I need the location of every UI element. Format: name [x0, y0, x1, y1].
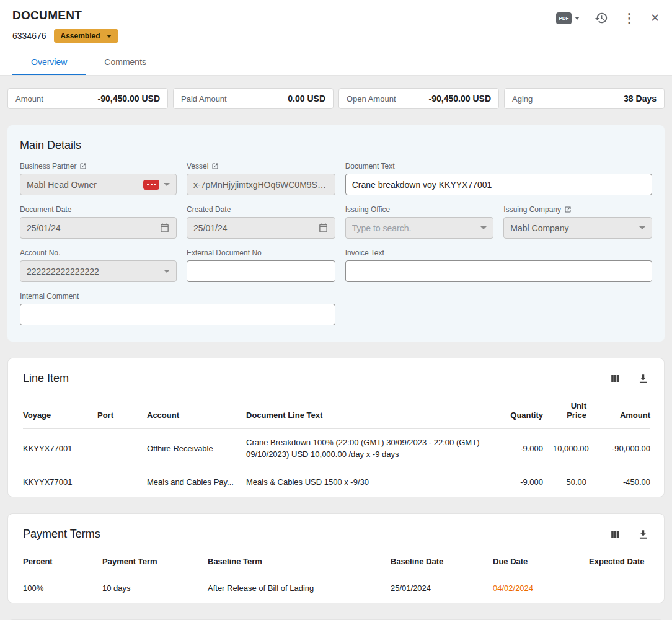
field-created-date: Created Date — [187, 205, 335, 239]
summary-card-amount: Amount -90,450.00 USD — [7, 88, 168, 109]
cell-voyage: KKYYX77001 — [23, 469, 92, 495]
main-details-section: Main Details Business Partner Vessel — [7, 125, 665, 342]
field-external-document-no: External Document No — [187, 249, 335, 282]
issuing-company-input[interactable] — [510, 223, 635, 233]
payment-terms-header-row: Percent Payment Term Baseline Term Basel… — [23, 547, 650, 575]
tab-comments[interactable]: Comments — [86, 50, 165, 75]
page-content: Amount -90,450.00 USD Paid Amount 0.00 U… — [0, 76, 672, 620]
chevron-down-icon — [107, 35, 112, 38]
col-amount: Amount — [591, 391, 650, 429]
created-date-label: Created Date — [187, 205, 231, 214]
chevron-down-icon — [575, 17, 580, 20]
cell-port — [92, 469, 142, 495]
line-item-section: Line Item Voyage Port Account — [7, 358, 665, 497]
calendar-icon[interactable] — [318, 223, 329, 233]
more-options-button[interactable]: ⋮ — [623, 12, 635, 24]
issuing-company-select[interactable] — [503, 217, 652, 239]
document-date-field[interactable] — [20, 217, 177, 239]
summary-card-open-amount: Open Amount -90,450.00 USD — [338, 88, 499, 109]
external-document-no-field[interactable] — [187, 260, 335, 282]
line-item-header-row: Voyage Port Account Document Line Text Q… — [23, 391, 650, 429]
col-port: Port — [92, 391, 142, 429]
chevron-down-icon — [164, 270, 170, 273]
columns-icon — [609, 373, 621, 384]
vessel-field[interactable] — [187, 174, 335, 195]
cell-due-date: 04/02/2024 — [488, 575, 584, 601]
field-issuing-company: Issuing Company — [503, 205, 652, 239]
invoice-text-field[interactable] — [345, 260, 652, 282]
business-partner-select[interactable] — [20, 174, 177, 195]
cell-amount: -90,000.00 — [591, 429, 650, 469]
col-unit-price: Unit Price — [548, 391, 591, 429]
business-partner-input[interactable] — [27, 180, 139, 190]
field-internal-comment: Internal Comment — [20, 292, 335, 326]
download-button[interactable] — [637, 373, 649, 384]
cell-quantity: -9.000 — [495, 429, 548, 469]
external-link-icon[interactable] — [79, 162, 87, 170]
payment-terms-row[interactable]: 100% 10 days After Release of Bill of La… — [23, 575, 650, 601]
document-text-input[interactable] — [352, 180, 645, 190]
line-item-row[interactable]: KKYYX77001 Meals and Cables Pay... Meals… — [23, 469, 650, 495]
line-item-table: Voyage Port Account Document Line Text Q… — [23, 391, 650, 495]
summary-value: 38 Days — [624, 94, 657, 104]
chevron-down-icon — [639, 226, 645, 229]
document-text-label: Document Text — [345, 162, 395, 170]
field-document-date: Document Date — [20, 205, 177, 239]
document-text-field[interactable] — [345, 174, 652, 195]
field-business-partner: Business Partner — [20, 162, 177, 195]
cell-account: Meals and Cables Pay... — [142, 469, 241, 495]
column-settings-button[interactable] — [609, 528, 621, 540]
chevron-down-icon — [164, 183, 170, 186]
col-payment-term: Payment Term — [97, 547, 203, 575]
calendar-icon[interactable] — [159, 223, 170, 233]
vessel-input[interactable] — [193, 180, 329, 190]
summary-label: Paid Amount — [181, 94, 227, 104]
internal-comment-field[interactable] — [20, 304, 335, 326]
history-icon — [595, 11, 608, 25]
col-percent: Percent — [23, 547, 97, 575]
summary-value: -90,450.00 USD — [429, 94, 491, 104]
account-no-input[interactable] — [27, 267, 159, 277]
line-item-row[interactable]: KKYYX77001 Offhire Receivable Crane Brea… — [23, 429, 650, 469]
cell-amount: -450.00 — [591, 469, 650, 495]
col-document-line-text: Document Line Text — [241, 391, 495, 429]
created-date-input[interactable] — [193, 223, 314, 233]
tab-bar: Overview Comments — [12, 50, 660, 75]
external-link-icon[interactable] — [211, 162, 219, 170]
account-no-label: Account No. — [20, 249, 60, 257]
invoice-text-input[interactable] — [352, 267, 645, 277]
close-icon: ✕ — [650, 12, 660, 24]
cell-voyage: KKYYX77001 — [23, 429, 92, 469]
issuing-office-input[interactable] — [352, 223, 477, 233]
document-date-input[interactable] — [27, 223, 155, 233]
download-button[interactable] — [637, 528, 649, 540]
close-button[interactable]: ✕ — [650, 12, 660, 24]
external-link-icon[interactable] — [564, 206, 572, 213]
cell-expected-date — [584, 575, 650, 601]
status-badge[interactable]: Assembled — [54, 29, 118, 43]
cell-baseline-date: 25/01/2024 — [386, 575, 488, 601]
download-icon — [637, 528, 649, 540]
created-date-field[interactable] — [187, 217, 335, 239]
vessel-label: Vessel — [187, 162, 208, 170]
internal-comment-input[interactable] — [27, 310, 329, 320]
payment-terms-title: Payment Terms — [23, 528, 100, 541]
history-button[interactable] — [595, 11, 608, 25]
tab-overview[interactable]: Overview — [12, 50, 86, 75]
status-badge-label: Assembled — [61, 32, 100, 40]
issuing-office-label: Issuing Office — [345, 205, 390, 214]
pdf-icon: PDF — [556, 12, 572, 24]
external-document-no-input[interactable] — [193, 267, 329, 277]
document-date-label: Document Date — [20, 205, 71, 214]
summary-card-aging: Aging 38 Days — [504, 88, 665, 109]
issuing-office-select[interactable] — [345, 217, 494, 239]
pdf-export-button[interactable]: PDF — [556, 12, 580, 24]
column-settings-button[interactable] — [609, 373, 621, 384]
account-no-select[interactable] — [20, 260, 177, 282]
download-icon — [637, 373, 649, 384]
line-item-title: Line Item — [23, 372, 69, 385]
internal-comment-label: Internal Comment — [20, 292, 79, 301]
summary-value: 0.00 USD — [288, 94, 325, 104]
partner-alert-badge-icon[interactable] — [143, 180, 159, 190]
summary-cards: Amount -90,450.00 USD Paid Amount 0.00 U… — [7, 88, 665, 109]
